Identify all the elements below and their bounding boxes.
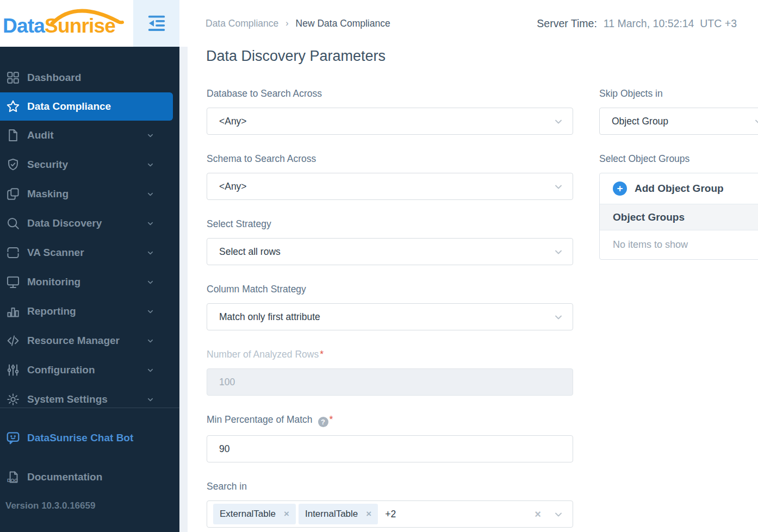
collapse-sidebar-icon <box>146 12 167 34</box>
sidebar-item-configuration[interactable]: Configuration <box>0 355 179 385</box>
breadcrumb: Data Compliance › New Data Compliance <box>206 0 390 47</box>
sidebar-item-label: Audit <box>27 129 54 141</box>
field-database: Database to Search Across <Any> <box>207 88 573 135</box>
sidebar-item-dashboard[interactable]: Dashboard <box>0 63 179 92</box>
chevron-down-icon <box>146 278 154 286</box>
object-groups-header: Object Groups <box>600 204 758 230</box>
chevron-down-icon <box>146 366 154 374</box>
sidebar-item-data-compliance[interactable]: Data Compliance <box>0 92 173 121</box>
star-icon <box>5 99 21 114</box>
column-match-value: Match only first attribute <box>219 311 320 323</box>
search-in-multiselect[interactable]: ExternalTable × InternalTable × +2 × <box>207 500 573 528</box>
chevron-down-icon <box>146 249 154 257</box>
sidebar: Dashboard Data Compliance Audit Security… <box>0 47 179 532</box>
app-logo[interactable]: DataSunrise <box>0 0 133 47</box>
clear-all-icon[interactable]: × <box>535 508 541 521</box>
tag-remove-icon[interactable]: × <box>366 509 371 520</box>
sidebar-item-label: System Settings <box>27 393 108 405</box>
masking-copy-icon <box>5 186 21 202</box>
chevron-down-icon <box>146 161 154 169</box>
sidebar-item-data-discovery[interactable]: Data Discovery <box>0 209 179 238</box>
dashboard-grid-icon <box>5 70 21 85</box>
sidebar-item-reporting[interactable]: Reporting <box>0 297 179 326</box>
chevron-down-icon <box>553 247 564 258</box>
scanner-icon <box>5 245 21 260</box>
sidebar-item-label: Resource Manager <box>27 335 120 347</box>
sidebar-item-label: Configuration <box>27 364 95 376</box>
schema-select[interactable]: <Any> <box>207 173 573 200</box>
sidebar-item-system-settings[interactable]: System Settings <box>0 385 179 408</box>
sidebar-item-label: Data Discovery <box>27 217 102 229</box>
add-object-group-label: Add Object Group <box>635 183 724 195</box>
select-strategy-select[interactable]: Select all rows <box>207 238 573 265</box>
sidebar-item-masking[interactable]: Masking <box>0 179 179 209</box>
database-label: Database to Search Across <box>207 88 573 99</box>
field-analyzed-rows: Number of Analyzed Rows* <box>207 349 573 396</box>
skip-objects-select[interactable]: Object Group <box>599 108 758 135</box>
sidebar-item-chat-bot[interactable]: DataSunrise Chat Bot <box>0 423 179 453</box>
breadcrumb-parent-link[interactable]: Data Compliance <box>206 18 278 29</box>
tag-external-table: ExternalTable × <box>213 504 296 524</box>
code-icon <box>5 333 21 348</box>
object-groups-empty-text: No items to show <box>600 230 758 259</box>
bar-chart-icon <box>5 304 21 319</box>
min-match-input[interactable] <box>207 435 573 462</box>
sidebar-item-label: VA Scanner <box>27 247 84 259</box>
sidebar-item-va-scanner[interactable]: VA Scanner <box>0 238 179 267</box>
chevron-down-icon <box>146 220 154 228</box>
chevron-down-icon <box>146 337 154 345</box>
chevron-down-icon <box>553 312 564 323</box>
more-tags-count: +2 <box>385 509 396 520</box>
content-panel: Data Discovery Parameters Database to Se… <box>188 47 758 532</box>
shield-check-icon <box>5 157 21 172</box>
chevron-down-icon <box>553 509 564 520</box>
tag-internal-table: InternalTable × <box>299 504 378 524</box>
main-content: Data Discovery Parameters Database to Se… <box>179 47 758 532</box>
plus-icon: + <box>613 181 627 196</box>
chat-bot-icon <box>5 430 21 446</box>
breadcrumb-separator: › <box>285 18 288 28</box>
chevron-down-icon <box>753 116 758 127</box>
select-strategy-value: Select all rows <box>219 246 281 258</box>
select-strategy-label: Select Strategy <box>207 218 573 230</box>
analyzed-rows-label: Number of Analyzed Rows* <box>207 349 573 360</box>
column-match-select[interactable]: Match only first attribute <box>207 303 573 330</box>
gear-icon <box>5 392 21 407</box>
breadcrumb-current: New Data Compliance <box>296 18 390 29</box>
database-select[interactable]: <Any> <box>207 108 573 135</box>
sidebar-collapse-button[interactable] <box>133 0 179 47</box>
field-skip-objects: Skip Objects in Object Group <box>599 88 758 135</box>
add-object-group-button[interactable]: + Add Object Group <box>600 173 758 204</box>
logo-text-data: Data <box>3 15 45 37</box>
server-time-value: 11 March, 10:52:14 UTC +3 <box>604 17 737 30</box>
sidebar-item-label: Monitoring <box>27 276 80 288</box>
schema-select-value: <Any> <box>219 181 247 192</box>
field-column-match: Column Match Strategy Match only first a… <box>207 284 573 330</box>
tag-remove-icon[interactable]: × <box>284 509 289 520</box>
chevron-down-icon <box>146 190 154 198</box>
required-asterisk: * <box>320 349 324 360</box>
sliders-icon <box>5 362 21 378</box>
field-schema: Schema to Search Across <Any> <box>207 153 573 200</box>
field-select-strategy: Select Strategy Select all rows <box>207 218 573 265</box>
sidebar-nav: Dashboard Data Compliance Audit Security… <box>0 47 179 408</box>
sunrise-arc-icon <box>48 3 124 28</box>
min-match-label: Min Percentage of Match?* <box>207 414 573 427</box>
search-in-label: Search in <box>207 481 573 492</box>
help-icon[interactable]: ? <box>318 417 328 427</box>
sidebar-item-label: Reporting <box>27 305 76 317</box>
chevron-down-icon <box>146 396 154 404</box>
form-left-column: Database to Search Across <Any> Schema t… <box>207 88 573 532</box>
server-time-label: Server Time: <box>537 17 597 30</box>
sidebar-item-audit[interactable]: Audit <box>0 121 179 150</box>
select-object-groups-label: Select Object Groups <box>599 153 758 165</box>
chevron-down-icon <box>146 132 154 140</box>
sidebar-item-resource-manager[interactable]: Resource Manager <box>0 326 179 355</box>
sidebar-item-documentation[interactable]: Documentation <box>0 462 179 492</box>
skip-objects-value: Object Group <box>612 116 668 127</box>
sidebar-item-security[interactable]: Security <box>0 150 179 179</box>
sidebar-item-monitoring[interactable]: Monitoring <box>0 267 179 297</box>
doc-file-icon <box>5 470 21 485</box>
monitor-icon <box>5 274 21 290</box>
analyzed-rows-input <box>207 368 573 396</box>
